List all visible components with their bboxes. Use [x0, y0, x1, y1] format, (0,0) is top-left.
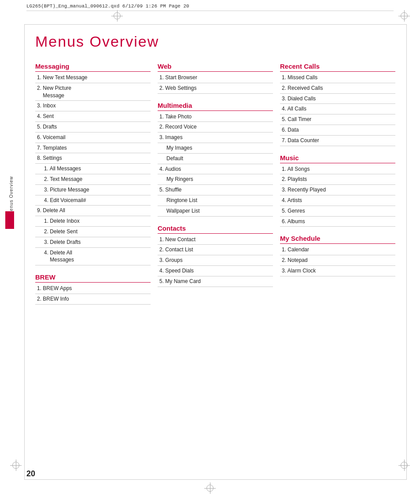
- page-number: 20: [26, 469, 35, 478]
- list-item: 2. Contact List: [158, 245, 273, 255]
- list-item: 2. Record Voice: [158, 122, 273, 132]
- list-item: 1. Take Photo: [158, 112, 273, 122]
- section-contacts: Contacts 1. New Contact 2. Contact List …: [158, 224, 273, 287]
- list-item: 1. BREW Apps: [35, 283, 151, 294]
- list-item: 5. Shuffle: [158, 185, 273, 195]
- list-item: My Images: [158, 143, 273, 154]
- list-item: 1. Start Browser: [158, 73, 273, 83]
- list-item: 2. New Picture Message: [35, 83, 151, 101]
- side-highlight: [5, 211, 14, 229]
- column-1: Messaging 1. New Text Message 2. New Pic…: [35, 63, 158, 313]
- section-multimedia: Multimedia 1. Take Photo 2. Record Voice…: [158, 102, 273, 217]
- list-item: 6. Voicemail: [35, 132, 151, 143]
- list-item: 6. Data: [280, 125, 395, 136]
- border-left: [24, 24, 25, 480]
- section-my-schedule: My Schedule 1. Calendar 2. Notepad 3. Al…: [280, 235, 395, 276]
- main-content: Menus Overview Messaging 1. New Text Mes…: [35, 24, 402, 313]
- section-header-messaging: Messaging: [35, 63, 151, 72]
- section-header-my-schedule: My Schedule: [280, 235, 395, 244]
- list-item: 8. Settings: [35, 153, 151, 164]
- list-item: 1. All Songs: [280, 164, 395, 175]
- list-item: 4. Audios: [158, 164, 273, 175]
- list-item: 2. Notepad: [280, 255, 395, 266]
- list-item: 1. New Text Message: [35, 73, 151, 83]
- section-header-recent-calls: Recent Calls: [280, 63, 395, 72]
- list-item: 2. Web Settings: [158, 83, 273, 94]
- list-item: 3. Alarm Clock: [280, 266, 395, 276]
- list-item: 2. Text Message: [35, 174, 151, 185]
- list-item: 7. Data Counter: [280, 136, 395, 146]
- section-web: Web 1. Start Browser 2. Web Settings: [158, 63, 273, 94]
- header-bar: LG265(BPT)_Eng_manual_090612.qxd 6/12/09…: [26, 4, 394, 11]
- list-item: 4. Artists: [280, 195, 395, 206]
- list-item: 1. Missed Calls: [280, 73, 395, 83]
- list-item: 5. My Name Card: [158, 276, 273, 287]
- border-right: [406, 24, 407, 480]
- section-header-music: Music: [280, 154, 395, 163]
- list-item: 4. Speed Dials: [158, 266, 273, 276]
- list-item: 1. New Contact: [158, 235, 273, 245]
- page-wrapper: LG265(BPT)_Eng_manual_090612.qxd 6/12/09…: [0, 0, 420, 504]
- list-item: 2. Received Calls: [280, 83, 395, 94]
- list-item: 1. Delete Inbox: [35, 216, 151, 227]
- list-item: 9. Delete All: [35, 206, 151, 216]
- list-item: 7. Templates: [35, 143, 151, 154]
- list-item: 4. Delete All Messages: [35, 248, 151, 266]
- columns: Messaging 1. New Text Message 2. New Pic…: [35, 63, 402, 313]
- list-item: 3. Inbox: [35, 101, 151, 111]
- list-item: 5. Drafts: [35, 122, 151, 132]
- reg-mark-top-left: [114, 12, 121, 19]
- reg-mark-bottom-center: [206, 485, 214, 492]
- list-item: 3. Recently Played: [280, 185, 395, 195]
- section-recent-calls: Recent Calls 1. Missed Calls 2. Received…: [280, 63, 395, 146]
- list-item: 2. BREW Info: [35, 294, 151, 305]
- side-text: Menus Overview: [9, 176, 14, 215]
- list-item: 1. All Messages: [35, 164, 151, 174]
- column-3: Recent Calls 1. Missed Calls 2. Received…: [280, 63, 402, 284]
- list-item: Ringtone List: [158, 195, 273, 206]
- list-item: 2. Delete Sent: [35, 227, 151, 237]
- list-item: My Ringers: [158, 174, 273, 185]
- list-item: 2. Playlists: [280, 174, 395, 185]
- column-2: Web 1. Start Browser 2. Web Settings Mul…: [158, 63, 280, 295]
- reg-mark-bottom-right: [401, 462, 408, 469]
- reg-mark-top-right: [401, 12, 408, 19]
- section-header-web: Web: [158, 63, 273, 72]
- page-title: Menus Overview: [35, 33, 402, 50]
- header-file-info: LG265(BPT)_Eng_manual_090612.qxd 6/12/09…: [26, 4, 189, 9]
- list-item: 3. Dialed Calls: [280, 94, 395, 104]
- list-item: 3. Picture Message: [35, 185, 151, 195]
- reg-mark-bottom-left: [12, 462, 19, 469]
- section-header-multimedia: Multimedia: [158, 102, 273, 111]
- border-bottom: [24, 479, 407, 480]
- list-item: 3. Images: [158, 132, 273, 143]
- list-item: 4. All Calls: [280, 104, 395, 114]
- list-item: Wallpaper List: [158, 206, 273, 217]
- section-brew: BREW 1. BREW Apps 2. BREW Info: [35, 273, 151, 305]
- list-item: Default: [158, 154, 273, 164]
- list-item: 3. Delete Drafts: [35, 237, 151, 248]
- section-header-brew: BREW: [35, 273, 151, 283]
- list-item: 4. Sent: [35, 111, 151, 122]
- list-item: 5. Genres: [280, 206, 395, 217]
- section-messaging: Messaging 1. New Text Message 2. New Pic…: [35, 63, 151, 265]
- list-item: 1. Calendar: [280, 245, 395, 255]
- list-item: 3. Groups: [158, 255, 273, 266]
- section-header-contacts: Contacts: [158, 224, 273, 234]
- section-music: Music 1. All Songs 2. Playlists 3. Recen…: [280, 154, 395, 227]
- list-item: 6. Albums: [280, 217, 395, 227]
- list-item: 4. Edit Voicemail#: [35, 195, 151, 206]
- list-item: 5. Call Timer: [280, 114, 395, 125]
